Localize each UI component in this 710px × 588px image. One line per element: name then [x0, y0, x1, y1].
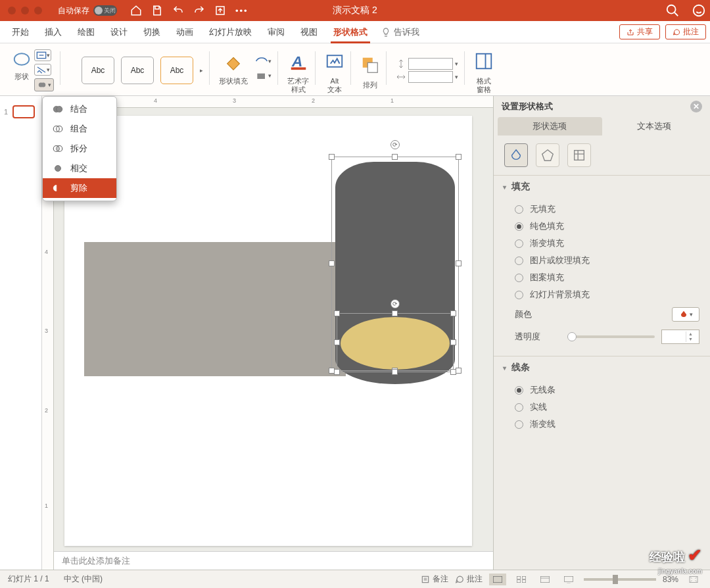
notes-toggle[interactable]: 备注	[421, 574, 448, 585]
resize-handle[interactable]	[456, 260, 462, 266]
effects-category-icon[interactable]	[536, 143, 559, 167]
reading-view-icon[interactable]	[536, 574, 554, 585]
merge-subtract[interactable]: 剪除	[43, 178, 116, 198]
resize-handle[interactable]	[450, 310, 456, 316]
save-icon[interactable]	[151, 5, 163, 16]
wordart-icon[interactable]: A	[289, 51, 308, 71]
edit-shape-icon[interactable]: ▾	[34, 64, 51, 76]
resize-handle[interactable]	[392, 369, 398, 375]
resize-handle[interactable]	[329, 260, 335, 266]
resize-handle[interactable]	[456, 368, 462, 374]
rotate-handle-icon[interactable]: ⟳	[390, 140, 400, 149]
text-box-icon[interactable]: ▾	[34, 49, 51, 61]
resize-handle[interactable]	[334, 339, 340, 345]
style-more-icon[interactable]: ▸	[200, 67, 203, 74]
line-gradient[interactable]: 渐变线	[515, 416, 699, 433]
sorter-view-icon[interactable]	[513, 574, 530, 585]
slide[interactable]: ⟳ ⟳	[64, 116, 472, 546]
merge-union[interactable]: 结合	[43, 99, 116, 119]
slide-thumb-1[interactable]	[12, 105, 35, 118]
merge-fragment[interactable]: 拆分	[43, 139, 116, 159]
resize-handle[interactable]	[392, 310, 398, 316]
canvas[interactable]: ⟳ ⟳	[54, 108, 493, 551]
fill-line-icon[interactable]	[504, 143, 528, 167]
fill-pattern[interactable]: 图案填充	[515, 269, 699, 286]
gray-rectangle-shape[interactable]	[84, 242, 346, 376]
max-dot[interactable]	[34, 7, 42, 14]
tab-draw[interactable]: 绘图	[70, 21, 103, 43]
comments-toggle[interactable]: 批注	[455, 574, 483, 585]
normal-view-icon[interactable]	[489, 574, 506, 585]
resize-handle[interactable]	[450, 339, 456, 345]
fit-window-icon[interactable]	[685, 574, 702, 585]
redo-icon[interactable]	[193, 5, 205, 16]
tab-insert[interactable]: 插入	[37, 21, 70, 43]
merge-combine[interactable]: 组合	[43, 119, 116, 139]
tell-me[interactable]: 告诉我	[381, 26, 419, 38]
fill-none[interactable]: 无填充	[515, 201, 699, 218]
fill-slidebg[interactable]: 幻灯片背景填充	[515, 286, 699, 303]
line-none[interactable]: 无线条	[515, 381, 699, 399]
pane-tab-shape[interactable]: 形状选项	[498, 117, 602, 135]
tab-design[interactable]: 设计	[103, 21, 135, 43]
close-dot[interactable]	[8, 7, 16, 14]
fill-gradient[interactable]: 渐变填充	[515, 235, 699, 252]
zoom-percent[interactable]: 83%	[663, 575, 678, 584]
line-section-header[interactable]: ▾线条	[494, 356, 710, 379]
resize-handle[interactable]	[392, 154, 398, 160]
resize-handle[interactable]	[334, 310, 340, 316]
export-icon[interactable]	[214, 5, 226, 16]
slide-indicator[interactable]: 幻灯片 1 / 1	[8, 574, 49, 585]
opacity-slider[interactable]	[567, 335, 655, 338]
undo-icon[interactable]	[172, 5, 184, 16]
resize-handle[interactable]	[334, 369, 340, 375]
tab-slideshow[interactable]: 幻灯片放映	[201, 21, 260, 43]
opacity-input[interactable]: ▲▼	[661, 330, 699, 344]
share-button[interactable]: 共享	[619, 24, 660, 39]
pane-tab-text[interactable]: 文本选项	[602, 117, 707, 135]
tab-animation[interactable]: 动画	[168, 21, 201, 43]
color-picker-button[interactable]: ▾	[672, 307, 699, 322]
resize-handle[interactable]	[450, 369, 456, 375]
line-solid[interactable]: 实线	[515, 399, 699, 416]
size-props-icon[interactable]	[567, 143, 591, 167]
resize-handle[interactable]	[456, 154, 462, 160]
width-field[interactable]: ▾	[396, 71, 458, 83]
tab-view[interactable]: 视图	[293, 21, 325, 43]
comment-button[interactable]: 批注	[665, 24, 706, 39]
autosave-toggle[interactable]: 关闭	[93, 5, 117, 16]
zoom-slider[interactable]	[584, 578, 656, 581]
smile-icon[interactable]	[692, 3, 706, 18]
rotate-handle-icon[interactable]: ⟳	[390, 299, 400, 308]
more-icon[interactable]: •••	[235, 6, 248, 16]
tab-home[interactable]: 开始	[4, 21, 37, 43]
arrange-icon[interactable]	[360, 55, 380, 75]
merge-shapes-button[interactable]: ▾	[34, 78, 54, 91]
min-dot[interactable]	[21, 7, 29, 14]
home-icon[interactable]	[130, 5, 142, 16]
outline-icon[interactable]: ▾	[254, 55, 272, 67]
fill-picture[interactable]: 图片或纹理填充	[515, 252, 699, 269]
tab-shape-format[interactable]: 形状格式	[325, 21, 375, 43]
alttext-icon[interactable]	[325, 51, 344, 71]
style-swatch-1[interactable]: Abc	[82, 57, 114, 84]
style-swatch-2[interactable]: Abc	[121, 57, 154, 84]
fill-solid[interactable]: 纯色填充	[515, 218, 699, 235]
format-pane-icon[interactable]	[474, 51, 494, 71]
pane-close-icon[interactable]: ✕	[690, 101, 702, 112]
tab-transition[interactable]: 切换	[135, 21, 168, 43]
effects-icon[interactable]: ▾	[254, 70, 272, 82]
fill-section-header[interactable]: ▾填充	[494, 176, 710, 198]
tab-review[interactable]: 审阅	[260, 21, 293, 43]
resize-handle[interactable]	[329, 154, 335, 160]
merge-intersect[interactable]: 相交	[43, 159, 116, 178]
style-swatch-3[interactable]: Abc	[160, 57, 193, 84]
autosave[interactable]: 自动保存 关闭	[58, 5, 117, 16]
search-icon[interactable]	[665, 3, 680, 18]
fill-icon[interactable]	[224, 55, 243, 74]
height-field[interactable]: ▾	[396, 58, 458, 70]
slideshow-view-icon[interactable]	[560, 574, 577, 585]
ellipse-icon[interactable]	[12, 49, 32, 69]
notes-pane[interactable]: 单击此处添加备注	[54, 551, 493, 570]
language-indicator[interactable]: 中文 (中国)	[64, 574, 103, 585]
